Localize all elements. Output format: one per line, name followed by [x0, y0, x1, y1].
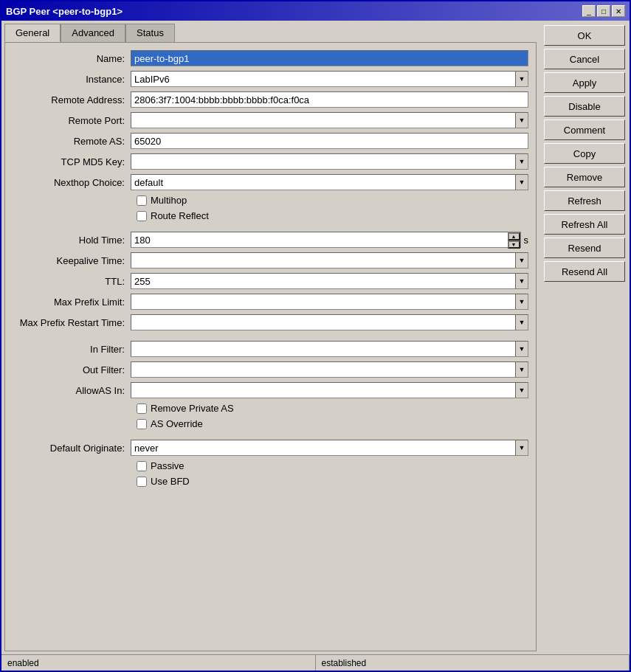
as-override-row: AS Override — [137, 418, 528, 429]
instance-field: ▼ — [131, 71, 528, 87]
main-content: General Advanced Status Name: Insta — [1, 21, 630, 654]
use-bfd-row: Use BFD — [137, 476, 528, 487]
nexthop-input[interactable] — [131, 174, 515, 190]
status-left: enabled — [1, 655, 316, 671]
apply-button[interactable]: Apply — [544, 72, 625, 93]
in-filter-dropdown-btn[interactable]: ▼ — [515, 341, 528, 357]
passive-checkbox[interactable] — [137, 461, 147, 471]
out-filter-row: Out Filter: ▼ — [13, 361, 528, 378]
ttl-input[interactable] — [131, 273, 515, 289]
title-bar: BGP Peer <peer-to-bgp1> _ □ ✕ — [1, 1, 630, 21]
route-reflect-row: Route Reflect — [137, 210, 528, 221]
allowas-row: AllowAS In: ▼ — [13, 382, 528, 398]
hold-time-down-btn[interactable]: ▼ — [508, 240, 520, 249]
close-button[interactable]: ✕ — [612, 5, 625, 17]
default-originate-label: Default Originate: — [13, 443, 131, 454]
tcp-md5-input[interactable] — [131, 153, 515, 170]
minimize-button[interactable]: _ — [582, 5, 596, 17]
tabs: General Advanced Status — [4, 24, 537, 42]
remote-address-label: Remote Address: — [13, 94, 131, 105]
resend-all-button[interactable]: Resend All — [544, 261, 625, 282]
instance-label: Instance: — [13, 74, 131, 85]
allowas-input[interactable] — [131, 382, 515, 398]
in-filter-label: In Filter: — [13, 344, 131, 355]
copy-button[interactable]: Copy — [544, 143, 625, 164]
in-filter-input[interactable] — [131, 341, 515, 357]
allowas-label: AllowAS In: — [13, 385, 131, 396]
remote-port-field: ▼ — [131, 112, 528, 128]
nexthop-label: Nexthop Choice: — [13, 177, 131, 188]
tab-status[interactable]: Status — [125, 24, 175, 42]
default-originate-field: ▼ — [131, 440, 528, 456]
refresh-button[interactable]: Refresh — [544, 190, 625, 211]
remote-port-input[interactable] — [131, 112, 515, 128]
passive-row: Passive — [137, 460, 528, 471]
cancel-button[interactable]: Cancel — [544, 49, 625, 69]
allowas-dropdown-btn[interactable]: ▼ — [515, 382, 528, 398]
tab-general[interactable]: General — [4, 24, 61, 42]
default-originate-input[interactable] — [131, 440, 515, 456]
remote-port-label: Remote Port: — [13, 115, 131, 126]
name-row: Name: — [13, 50, 528, 66]
status-bar: enabled established — [1, 654, 630, 671]
ok-button[interactable]: OK — [544, 25, 625, 46]
out-filter-input[interactable] — [131, 361, 515, 378]
hold-time-up-btn[interactable]: ▲ — [508, 232, 520, 240]
nexthop-dropdown-btn[interactable]: ▼ — [515, 174, 528, 190]
disable-button[interactable]: Disable — [544, 96, 625, 117]
remove-private-checkbox[interactable] — [137, 403, 147, 414]
keepalive-label: Keepalive Time: — [13, 255, 131, 266]
form-panel: General Advanced Status Name: Insta — [1, 21, 539, 654]
route-reflect-checkbox[interactable] — [137, 211, 147, 221]
resend-button[interactable]: Resend — [544, 238, 625, 258]
refresh-all-button[interactable]: Refresh All — [544, 214, 625, 235]
out-filter-label: Out Filter: — [13, 364, 131, 375]
max-prefix-row: Max Prefix Limit: ▼ — [13, 294, 528, 310]
name-input[interactable] — [131, 50, 528, 66]
max-prefix-dropdown-btn[interactable]: ▼ — [515, 294, 528, 310]
status-right: established — [316, 655, 630, 671]
out-filter-field: ▼ — [131, 361, 528, 378]
remote-port-row: Remote Port: ▼ — [13, 112, 528, 128]
maximize-button[interactable]: □ — [597, 5, 610, 17]
hold-time-label: Hold Time: — [13, 235, 131, 246]
remote-as-label: Remote AS: — [13, 136, 131, 147]
default-originate-row: Default Originate: ▼ — [13, 440, 528, 456]
instance-input[interactable] — [131, 71, 515, 87]
max-prefix-field: ▼ — [131, 294, 528, 310]
ttl-field: ▼ — [131, 273, 528, 289]
ttl-dropdown-btn[interactable]: ▼ — [515, 273, 528, 289]
keepalive-dropdown-btn[interactable]: ▼ — [515, 252, 528, 269]
hold-time-input[interactable] — [131, 232, 508, 248]
remote-as-input[interactable] — [131, 133, 528, 149]
name-label: Name: — [13, 53, 131, 64]
tcp-md5-dropdown-btn[interactable]: ▼ — [515, 153, 528, 170]
remote-address-input[interactable] — [131, 91, 528, 108]
max-prefix-input[interactable] — [131, 294, 515, 310]
max-prefix-restart-row: Max Prefix Restart Time: ▼ — [13, 314, 528, 330]
multihop-row: Multihop — [137, 195, 528, 206]
keepalive-input[interactable] — [131, 252, 515, 269]
max-prefix-label: Max Prefix Limit: — [13, 297, 131, 308]
allowas-field: ▼ — [131, 382, 528, 398]
keepalive-row: Keepalive Time: ▼ — [13, 252, 528, 269]
remove-private-row: Remove Private AS — [137, 403, 528, 414]
max-prefix-restart-input[interactable] — [131, 314, 515, 330]
tcp-md5-row: TCP MD5 Key: ▼ — [13, 153, 528, 170]
max-prefix-restart-dropdown-btn[interactable]: ▼ — [515, 314, 528, 330]
hold-time-arrows: ▲ ▼ — [508, 232, 521, 248]
sidebar-buttons: OK Cancel Apply Disable Comment Copy Rem… — [539, 21, 630, 654]
out-filter-dropdown-btn[interactable]: ▼ — [515, 361, 528, 378]
as-override-checkbox[interactable] — [137, 419, 147, 429]
remote-as-row: Remote AS: — [13, 133, 528, 149]
default-originate-dropdown-btn[interactable]: ▼ — [515, 440, 528, 456]
use-bfd-checkbox[interactable] — [137, 477, 147, 487]
multihop-checkbox[interactable] — [137, 195, 147, 206]
hold-time-field: ▲ ▼ — [131, 232, 521, 248]
instance-dropdown-btn[interactable]: ▼ — [515, 71, 528, 87]
comment-button[interactable]: Comment — [544, 119, 625, 140]
remote-port-dropdown-btn[interactable]: ▼ — [515, 112, 528, 128]
tab-advanced[interactable]: Advanced — [61, 24, 125, 42]
nexthop-row: Nexthop Choice: ▼ — [13, 174, 528, 190]
remove-button[interactable]: Remove — [544, 167, 625, 187]
